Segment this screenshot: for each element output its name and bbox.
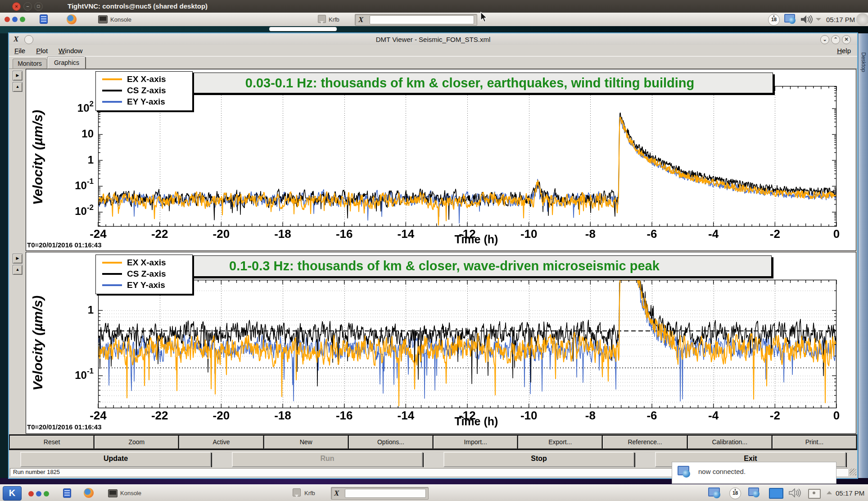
krfb-icon[interactable] [318,15,326,23]
run-button: Run [232,452,423,467]
green-dot-icon[interactable] [20,17,25,22]
tab-graphics[interactable]: Graphics [48,57,86,68]
pad1-up-icon[interactable]: ▲ [13,82,23,92]
firefox-icon[interactable] [84,488,94,498]
firefox-icon[interactable] [67,14,77,24]
task-title-field [345,489,426,498]
desktop-pager-label: Desktop [860,52,867,72]
task-title-field [370,15,474,24]
zoom-button[interactable]: Zoom [95,436,178,449]
legend-box-bottom: EX X-axisCS Z-axisEY Y-axis [95,255,193,294]
green-dot-icon[interactable] [44,491,49,496]
calendar-icon[interactable]: 18 [768,14,780,26]
taskbar-item-konsole[interactable]: Konsole [120,490,141,496]
maximize-icon[interactable]: ▢ [34,2,43,11]
pad2-next-icon[interactable]: ▶ [13,254,23,264]
tab-monitors[interactable]: Monitors [13,59,47,68]
y-axis-label-top: Velocity (µm/s) [29,94,47,220]
active-button[interactable]: Active [179,436,263,449]
host-taskbar: Konsole Krfb X 18 05:17 PM [0,13,868,27]
legend-entry: EY Y-axis [96,96,192,107]
display-icon[interactable] [769,488,783,499]
dmt-window-title: DMT Viewer - Seismic_FOM_STS.xml [9,36,857,43]
clock[interactable]: 05:17 PM [836,489,864,497]
volume-icon[interactable] [800,15,813,24]
notification-text: now connected. [698,468,746,475]
export-button[interactable]: Export... [518,436,602,449]
taskbar-item-konsole[interactable]: Konsole [110,16,131,23]
blue-dot-icon[interactable] [12,17,18,22]
resize-grip[interactable] [850,469,856,475]
toolbar: ResetZoomActiveNewOptions...Import...Exp… [9,434,857,450]
legend-label: EX X-axis [127,74,166,84]
clipboard-icon[interactable] [40,14,48,24]
calibration-button[interactable]: Calibration... [688,436,772,449]
legend-label: EY Y-axis [127,97,165,107]
host-window-title: TightVNC: controls@nuc5 (shared desktop) [68,2,208,10]
pad2-up-icon[interactable]: ▲ [13,265,23,275]
blue-dot-icon[interactable] [36,491,41,496]
chevron-up-icon[interactable] [827,491,832,494]
mouse-cursor [480,12,490,23]
screen: × − ▢ TightVNC: controls@nuc5 (shared de… [0,0,868,501]
reset-button[interactable]: Reset [10,436,94,449]
session-icon[interactable] [856,13,868,26]
konsole-icon[interactable] [108,489,118,497]
legend-entry: EX X-axis [96,257,192,268]
legend-line-sample [102,78,122,80]
options-button[interactable]: Options... [349,436,433,449]
chevron-down-icon[interactable] [816,18,821,21]
x11-icon: X [358,15,363,24]
red-dot-icon[interactable] [28,491,34,496]
kde-menu-icon[interactable]: K [3,486,22,501]
close-icon[interactable]: × [12,2,21,11]
taskbar-item-krfb[interactable]: Krfb [329,16,339,23]
legend-line-sample [102,262,122,264]
new-button[interactable]: New [264,436,348,449]
red-dot-icon[interactable] [5,17,10,22]
legend-line-sample [102,90,122,91]
print-button[interactable]: Print... [773,436,856,449]
network-icon[interactable] [748,487,760,498]
import-button[interactable]: Import... [434,436,517,449]
taskbar-item-krfb[interactable]: Krfb [304,490,315,496]
volume-icon[interactable] [789,488,801,497]
minimize-icon[interactable]: − [23,2,32,11]
clock[interactable]: 05:17 PM [826,16,855,23]
screen-share-icon[interactable] [808,489,821,499]
desktop-pager-strip[interactable]: Desktop [858,33,868,478]
pad1-next-icon[interactable]: ▶ [13,71,23,81]
krfb-connection-icon [678,466,691,478]
y-axis-label-bottom: Velocity (µm/s) [29,280,47,406]
menu-window[interactable]: Window [53,45,88,56]
legend-entry: EY Y-axis [96,279,192,291]
dmt-titlebar[interactable]: X DMT Viewer - Seismic_FOM_STS.xml ⌄ ⌃ ✕ [9,33,857,45]
close-icon[interactable]: ✕ [842,35,851,44]
krfb-icon[interactable] [293,488,301,496]
taskbar-item-active-window[interactable]: X [355,14,477,26]
legend-line-sample [102,284,122,286]
network-icon[interactable] [784,14,796,25]
taskbar-item-active-window[interactable]: X [331,487,429,500]
clipboard-icon[interactable] [63,488,71,498]
reference-button[interactable]: Reference... [603,436,687,449]
calendar-icon[interactable]: 18 [729,487,741,499]
notification-popup[interactable]: now connected. [672,462,836,484]
update-button[interactable]: Update [20,452,211,467]
menu-help[interactable]: Help [837,47,851,55]
shade-icon[interactable]: ⌄ [820,35,829,44]
plot-title-top: 0.03-0.1 Hz: thousands of km & closer, e… [167,73,773,93]
stop-button[interactable]: Stop [443,452,634,467]
legend-line-sample [102,101,122,103]
plot-title-bottom-text: 0.1-0.3 Hz: thousands of km & closer, wa… [229,259,660,273]
krfb-tray-icon[interactable] [708,487,722,499]
restore-icon[interactable]: ⌃ [831,35,840,44]
x-axis-label-top: Time (h) [427,233,526,246]
menu-plot[interactable]: Plot [31,45,53,56]
legend-entry: CS Z-axis [96,85,192,96]
menu-file[interactable]: File [9,45,31,56]
legend-entry: CS Z-axis [96,268,192,279]
legend-line-sample [102,273,122,275]
konsole-icon[interactable] [98,15,108,23]
background-window-edge [269,27,337,31]
